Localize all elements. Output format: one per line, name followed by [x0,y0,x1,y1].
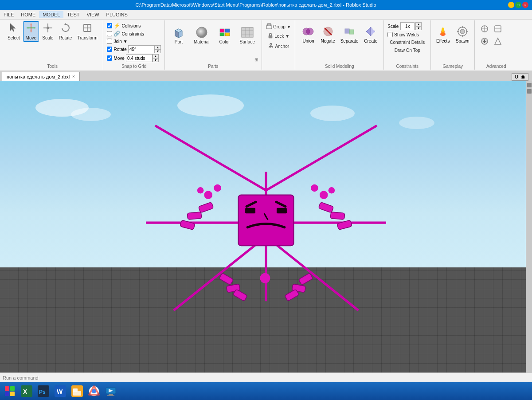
minimize-button[interactable]: ─ [508,2,514,8]
svg-marker-4 [30,31,32,32]
svg-point-32 [270,43,272,45]
rotate-snap-checkbox[interactable] [107,47,112,52]
ribbon: Select M [0,20,532,71]
collisions-checkbox[interactable] [107,23,112,28]
viewport[interactable] [0,81,532,373]
effects-button[interactable]: Effects [434,23,451,45]
rotate-value-input[interactable] [128,45,155,53]
snap-group-label: Snap to Grid [107,63,160,69]
move-snap-row: Move ▲ ▼ [107,54,160,62]
anchor-button[interactable]: Anchor [264,42,293,51]
tool-select-button[interactable]: Select [5,21,22,42]
ribbon-group-snap: ⚡ Collisions 🔗 Constraints Join ▼ [103,20,164,70]
scale-icon [43,23,53,35]
adv-btn-4[interactable] [492,35,504,47]
join-checkbox[interactable] [107,39,112,44]
show-welds-checkbox[interactable] [387,32,393,37]
create-button[interactable]: Create [361,23,380,45]
draw-on-top-button[interactable]: Draw On Top [387,47,427,54]
move-spinbox[interactable]: ▲ ▼ [126,54,159,62]
separate-button[interactable]: Separate [338,23,361,45]
menu-home[interactable]: HOME [17,11,39,18]
command-bar [0,373,532,382]
svg-line-67 [174,236,266,310]
ui-toggle-button[interactable]: UI ◉ [512,73,528,81]
panel-icon-1[interactable] [527,83,532,87]
spawn-button[interactable]: Spawn [454,23,471,45]
constraints-checkbox[interactable] [107,31,112,36]
scale-value-input[interactable] [400,22,415,30]
taskbar-photoshop-button[interactable]: Ps [35,383,51,399]
svg-point-110 [92,389,96,393]
menu-file[interactable]: FILE [0,11,17,18]
tool-rotate-button[interactable]: Rotate [57,21,74,42]
taskbar-chrome-button[interactable] [86,383,102,399]
constraints-group-label: Constraints [387,63,427,69]
surface-button[interactable]: Surface [237,23,258,47]
adv-btn-2[interactable] [492,23,504,35]
show-welds-row: Show Welds [387,31,427,38]
lock-button[interactable]: Lock ▼ [264,31,293,40]
svg-point-94 [260,273,270,283]
svg-rect-90 [233,289,247,301]
union-button[interactable]: Union [299,23,317,45]
rotate-snap-row: Rotate ▲ ▼ [107,45,160,53]
menu-bar: FILE HOME MODEL TEST VIEW PLUGINS [0,10,532,20]
material-button[interactable]: Material [191,23,213,47]
svg-rect-88 [219,273,234,285]
move-spin-up[interactable]: ▲ [153,54,159,58]
tool-scale-button[interactable]: Scale [40,21,56,42]
menu-model[interactable]: MODEL [39,11,63,18]
part-icon [172,25,186,39]
color-button[interactable]: Color [215,23,235,47]
scale-spin-down[interactable]: ▼ [415,26,422,30]
negate-button[interactable]: Negate [318,23,337,45]
menu-view[interactable]: VIEW [83,11,102,18]
rotate-spinbox[interactable]: ▲ ▼ [128,45,161,53]
menu-plugins[interactable]: PLUGINS [103,11,131,18]
taskbar-excel-button[interactable]: X [19,383,35,399]
move-snap-checkbox[interactable] [107,55,112,61]
negate-icon [321,24,335,39]
svg-point-7 [47,27,49,29]
file-tab-main[interactable]: попытка сделать дом_2.rbxl × [2,72,80,81]
maximize-button[interactable]: □ [515,2,521,8]
menu-test[interactable]: TEST [63,11,83,18]
taskbar-remote-button[interactable] [103,383,119,399]
material-icon [195,25,209,39]
tool-transform-button[interactable]: Transform [75,21,99,42]
constraints-row: 🔗 Constraints [107,30,160,37]
group-button[interactable]: Lock Group ▼ [264,22,293,31]
close-button[interactable]: × [522,2,528,8]
svg-rect-74 [277,208,287,213]
panel-icon-2[interactable] [527,89,532,94]
separate-icon [342,24,356,39]
constraint-details-button[interactable]: Constraint Details [387,39,427,46]
rotate-spin-up[interactable]: ▲ [155,45,161,49]
ribbon-group-parts: Part Material [165,20,262,70]
adv-btn-3[interactable] [478,35,491,47]
taskbar-start-button[interactable] [2,383,18,399]
svg-point-82 [204,191,212,199]
taskbar-explorer-button[interactable] [69,383,85,399]
ribbon-group-tools: Select M [2,20,103,70]
ribbon-group-gameplay: Effects [431,20,475,70]
part-button[interactable]: Part [168,23,189,47]
scale-spin-up[interactable]: ▲ [415,22,422,26]
taskbar-word-button[interactable]: W [52,383,68,399]
join-dropdown[interactable]: ▼ [123,39,128,44]
select-icon [8,23,19,35]
ribbon-group-anchor: Lock Group ▼ Lock ▼ [262,20,295,70]
parts-group-label: Parts [168,63,258,69]
move-value-input[interactable] [126,54,153,62]
right-panel-indicator [526,81,532,373]
tool-move-button[interactable]: Move [23,21,39,42]
parts-expand-icon[interactable]: ⊞ [254,57,258,62]
adv-btn-1[interactable] [478,23,491,35]
svg-marker-0 [10,24,16,31]
file-tab-close[interactable]: × [72,74,75,79]
svg-marker-12 [64,23,67,25]
rotate-spin-down[interactable]: ▼ [155,49,161,53]
move-spin-down[interactable]: ▼ [153,58,159,62]
command-input[interactable] [3,375,136,380]
